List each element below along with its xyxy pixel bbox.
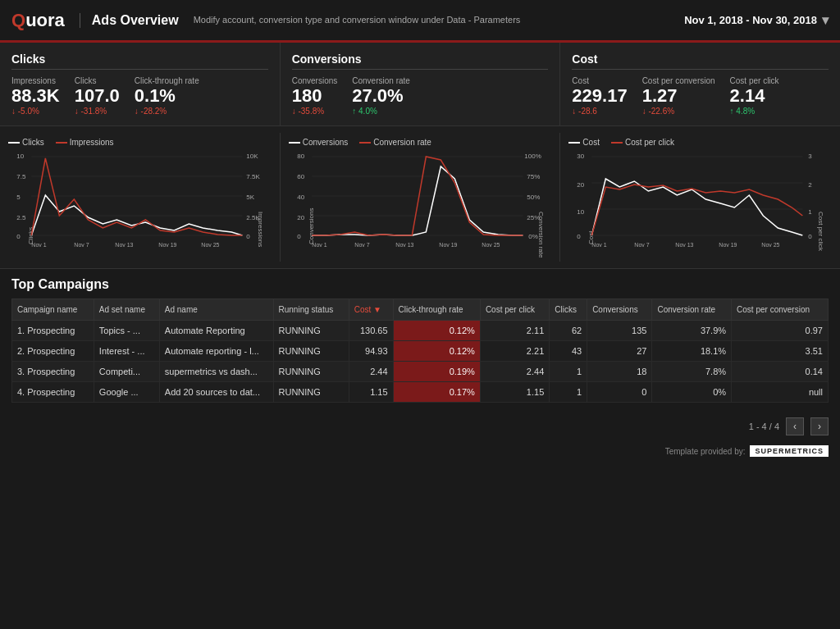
cell-cost: 130.65 [349,321,393,341]
svg-text:Nov 7: Nov 7 [635,242,650,248]
footer: Template provided by: SUPERMETRICS [0,442,840,460]
table-title: Top Campaigns [11,277,829,292]
svg-text:Nov 25: Nov 25 [201,242,219,248]
svg-text:Cost per click: Cost per click [818,212,825,252]
conversions-chart-area: 80 60 40 20 0 Conversions 100% 75% 50% 2… [289,150,552,257]
svg-text:2: 2 [809,181,813,189]
svg-text:100%: 100% [524,153,541,160]
ctr-metric: Click-through rate 0.1% ↓ -28.2% [135,76,199,116]
col-costconv: Cost per conversion [732,299,829,321]
svg-text:Nov 13: Nov 13 [395,242,413,248]
cell-adset: Interest - ... [94,341,159,362]
svg-text:0: 0 [246,233,250,240]
clicks-chart-panel: Clicks Impressions 10 7.5 5 2.5 0 Clicks… [0,133,281,262]
svg-text:2.5: 2.5 [16,214,26,221]
cost-panel: Cost Cost 229.17 ↓ -28.6 Cost per conver… [560,43,840,125]
chevron-down-icon: ▾ [822,12,829,28]
campaigns-table: Campaign name Ad set name Ad name Runnin… [11,299,829,403]
cell-ctr: 0.12% [393,341,480,362]
cell-status: RUNNING [273,321,349,341]
cost-chart-panel: Cost Cost per click 30 20 10 0 Cost 3 2 … [560,133,840,262]
cell-campaign: 3. Prospecting [12,362,94,382]
cell-convrate: 18.1% [652,341,732,362]
svg-text:20: 20 [578,181,585,189]
header-subtitle: Modify account, conversion type and conv… [194,14,684,26]
pagination-row: 1 - 4 / 4 ‹ › [0,411,840,442]
cell-ctr: 0.12% [393,321,480,341]
col-clicks: Clicks [550,299,587,321]
svg-text:Nov 1: Nov 1 [312,242,326,248]
svg-text:5K: 5K [246,194,254,201]
date-range[interactable]: Nov 1, 2018 - Nov 30, 2018 ▾ [684,12,829,28]
cell-adset: Topics - ... [94,321,159,341]
svg-text:Nov 13: Nov 13 [676,242,694,248]
table-body: 1. Prospecting Topics - ... Automate Rep… [12,321,829,403]
conversions-chart-legend: Conversions Conversion rate [289,138,552,147]
svg-text:0: 0 [578,233,582,240]
next-page-button[interactable]: › [810,417,829,435]
cost-metric: Cost 229.17 ↓ -28.6 [572,76,627,116]
cell-campaign: 4. Prospecting [12,382,94,403]
cell-clicks: 1 [550,382,587,403]
cell-adname: supermetrics vs dash... [159,362,273,382]
cell-adset: Google ... [94,382,159,403]
svg-text:3: 3 [809,153,813,160]
cell-conversions: 27 [587,341,652,362]
conv-rate-metric: Conversion rate 27.0% ↑ 4.0% [352,76,410,116]
supermetrics-brand: SUPERMETRICS [750,445,829,457]
charts-row: Clicks Impressions 10 7.5 5 2.5 0 Clicks… [0,126,840,269]
svg-text:80: 80 [297,153,304,160]
col-ctr: Click-through rate [393,299,480,321]
cell-costconv: 0.97 [732,321,829,341]
col-convrate: Conversion rate [652,299,732,321]
svg-text:Impressions: Impressions [257,212,264,247]
conversions-panel: Conversions Conversions 180 ↓ -35.8% Con… [281,43,561,125]
conversions-metric: Conversions 180 ↓ -35.8% [292,76,338,116]
app-header: Quora Ads Overview Modify account, conve… [0,0,840,43]
svg-text:0: 0 [297,233,301,240]
svg-text:Nov 25: Nov 25 [762,242,780,248]
cell-cpc: 2.21 [480,341,549,362]
svg-text:Conversions: Conversions [308,208,315,244]
cell-status: RUNNING [273,362,349,382]
clicks-metric: Clicks 107.0 ↓ -31.8% [75,76,120,116]
page-title: Ads Overview [80,13,179,28]
col-adset: Ad set name [94,299,159,321]
cell-convrate: 37.9% [652,321,732,341]
svg-text:Nov 7: Nov 7 [74,242,89,248]
cell-costconv: null [732,382,829,403]
impressions-metric: Impressions 88.3K ↓ -5.0% [11,76,60,116]
clicks-chart-legend: Clicks Impressions [8,138,272,147]
cell-costconv: 0.14 [732,362,829,382]
svg-text:50%: 50% [527,194,540,201]
svg-text:0: 0 [809,233,813,240]
quora-logo: Quora [11,10,65,31]
col-adname: Ad name [159,299,273,321]
cell-cpc: 2.44 [480,362,549,382]
svg-text:Nov 13: Nov 13 [115,242,133,248]
cost-chart-area: 30 20 10 0 Cost 3 2 1 0 Cost per click N… [568,150,832,257]
svg-text:10: 10 [16,153,24,160]
svg-text:7.5K: 7.5K [246,173,260,180]
cell-conversions: 18 [587,362,652,382]
cell-cpc: 1.15 [480,382,549,403]
col-cost[interactable]: Cost ▼ [349,299,393,321]
top-campaigns-section: Top Campaigns Campaign name Ad set name … [0,269,840,411]
svg-text:7.5: 7.5 [16,173,26,180]
pagination-info: 1 - 4 / 4 [749,422,779,431]
cell-convrate: 0% [652,382,732,403]
svg-text:75%: 75% [527,173,540,180]
svg-text:Nov 19: Nov 19 [719,242,737,248]
cost-chart-legend: Cost Cost per click [568,138,832,147]
cell-status: RUNNING [273,341,349,362]
metrics-row: Clicks Impressions 88.3K ↓ -5.0% Clicks … [0,43,840,126]
cell-conversions: 0 [587,382,652,403]
cell-clicks: 62 [550,321,587,341]
footer-label: Template provided by: [665,447,746,456]
cell-campaign: 2. Prospecting [12,341,94,362]
conversions-chart-panel: Conversions Conversion rate 80 60 40 20 … [281,133,561,262]
prev-page-button[interactable]: ‹ [786,417,804,435]
col-cpc: Cost per click [480,299,549,321]
table-row: 1. Prospecting Topics - ... Automate Rep… [12,321,829,341]
svg-text:Nov 19: Nov 19 [439,242,457,248]
